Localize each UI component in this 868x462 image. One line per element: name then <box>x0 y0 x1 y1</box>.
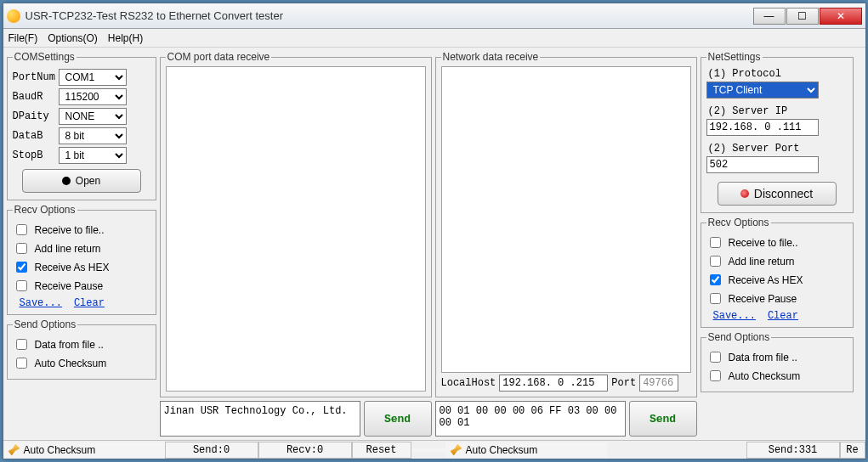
window-title: USR-TCP232-Test RS232 to Ethernet Conver… <box>26 9 753 22</box>
recv-hex-label: Receive As HEX <box>35 262 110 273</box>
baud-label: BaudR <box>13 91 55 103</box>
status-dot-icon <box>62 177 71 185</box>
status-send-331: Send:331 <box>746 442 840 459</box>
net-clear-link[interactable]: Clear <box>768 310 798 322</box>
net-auto-checksum-check[interactable] <box>710 370 721 381</box>
status-send-0: Send:0 <box>165 442 258 459</box>
com-add-line-check[interactable] <box>16 243 27 254</box>
left-column: COMSettings PortNum COM1 BaudR 115200 DP… <box>7 51 156 437</box>
disconnect-button[interactable]: Disconnect <box>718 182 837 206</box>
pin-icon-2 <box>451 444 462 456</box>
com-send-textarea[interactable]: Jinan USR Technology Co., Ltd. <box>160 401 360 437</box>
stopb-label: StopB <box>13 149 55 161</box>
com-data-file-check[interactable] <box>16 339 27 350</box>
reset-button[interactable]: Reset <box>352 442 411 459</box>
net-recv-hex-check[interactable] <box>710 274 721 285</box>
send-ac-label: Auto Checksum <box>35 358 107 369</box>
recv-file-label: Receive to file.. <box>35 224 105 236</box>
menu-help[interactable]: Help(H) <box>108 32 143 44</box>
recv-pause-label: Receive Pause <box>35 280 104 292</box>
window-buttons: — ☐ ✕ <box>753 8 862 25</box>
net-send-row: 00 01 00 00 00 06 FF 03 00 00 00 01 Send <box>435 401 697 437</box>
net-settings-group: NetSettings (1) Protocol TCP Client (2) … <box>701 51 854 213</box>
menu-options[interactable]: Options(O) <box>48 32 98 44</box>
net-recv-legend: Recv Options <box>706 217 771 228</box>
app-icon <box>7 9 20 23</box>
net-rx-textarea[interactable] <box>441 66 691 373</box>
parity-label: DPaity <box>13 110 55 122</box>
app-window: USR-TCP232-Test RS232 to Ethernet Conver… <box>3 3 866 459</box>
com-clear-link[interactable]: Clear <box>74 297 105 309</box>
com-recv-pause-check[interactable] <box>16 280 27 291</box>
portnum-label: PortNum <box>13 71 55 83</box>
stopb-select[interactable]: 1 bit <box>59 147 127 164</box>
com-rx-textarea[interactable] <box>166 66 426 392</box>
net-save-link[interactable]: Save... <box>713 310 756 322</box>
protocol-label: (1) Protocol <box>708 68 848 80</box>
content-area: COMSettings PortNum COM1 BaudR 115200 DP… <box>3 48 865 440</box>
server-port-label: (2) Server Port <box>708 143 848 155</box>
pin-icon <box>9 444 20 456</box>
localhost-label: LocalHost <box>441 377 496 389</box>
datab-select[interactable]: 8 bit <box>59 127 127 144</box>
com-data-column: COM port data receive Jinan USR Technolo… <box>160 51 432 437</box>
net-send-options-group: Send Options Data from file .. Auto Chec… <box>701 331 854 392</box>
net-data-file-check[interactable] <box>710 352 721 363</box>
menu-bar: File(F) Options(O) Help(H) <box>3 29 865 48</box>
net-rx-group: Network data receive LocalHost Port <box>435 51 697 397</box>
com-recv-file-check[interactable] <box>16 224 27 235</box>
connected-dot-icon <box>740 189 749 198</box>
send-file-label: Data from file .. <box>35 339 104 351</box>
net-rx-legend: Network data receive <box>441 51 541 63</box>
open-button[interactable]: Open <box>22 169 141 193</box>
com-rx-group: COM port data receive <box>160 51 432 397</box>
com-settings-legend: COMSettings <box>13 51 77 63</box>
com-recv-options-group: Recv Options Receive to file.. Add line … <box>7 204 156 315</box>
status-recv-0: Recv:0 <box>258 442 352 459</box>
title-bar: USR-TCP232-Test RS232 to Ethernet Conver… <box>3 3 865 29</box>
com-save-link[interactable]: Save... <box>20 297 62 309</box>
status-ac-1: Auto Checksum <box>24 444 96 456</box>
com-settings-group: COMSettings PortNum COM1 BaudR 115200 DP… <box>7 51 156 200</box>
menu-file[interactable]: File(F) <box>9 32 38 44</box>
com-recv-hex-check[interactable] <box>16 262 27 273</box>
baud-select[interactable]: 115200 <box>59 88 127 105</box>
net-recv-file-check[interactable] <box>710 237 721 248</box>
server-port-input[interactable] <box>706 156 819 173</box>
disconnect-label: Disconnect <box>754 187 813 200</box>
net-recv-pause-check[interactable] <box>710 293 721 304</box>
status-ac-2: Auto Checksum <box>466 444 538 456</box>
net-send-button[interactable]: Send <box>629 401 697 437</box>
com-send-button[interactable]: Send <box>364 401 432 437</box>
net-send-textarea[interactable]: 00 01 00 00 00 06 FF 03 00 00 00 01 <box>435 401 626 437</box>
localhost-input[interactable] <box>499 375 608 392</box>
open-button-label: Open <box>76 175 100 187</box>
server-ip-label: (2) Server IP <box>708 105 848 117</box>
net-add-line-check[interactable] <box>710 256 721 267</box>
right-column: NetSettings (1) Protocol TCP Client (2) … <box>701 51 854 437</box>
minimize-button[interactable]: — <box>753 8 786 25</box>
com-send-options-group: Send Options Data from file .. Auto Chec… <box>7 318 156 380</box>
status-re: Re <box>840 442 865 459</box>
close-button[interactable]: ✕ <box>820 8 862 25</box>
com-send-row: Jinan USR Technology Co., Ltd. Send <box>160 401 432 437</box>
net-settings-legend: NetSettings <box>706 51 763 63</box>
recv-line-label: Add line return <box>35 243 101 255</box>
datab-label: DataB <box>13 130 55 142</box>
net-recv-options-group: Recv Options Receive to file.. Add line … <box>701 217 854 328</box>
com-rx-legend: COM port data receive <box>166 51 272 63</box>
portnum-select[interactable]: COM1 <box>59 69 127 86</box>
maximize-button[interactable]: ☐ <box>786 8 819 25</box>
send-options-legend: Send Options <box>13 318 78 330</box>
com-auto-checksum-check[interactable] <box>16 358 27 369</box>
status-bar: Auto Checksum Send:0 Recv:0 Reset Auto C… <box>3 440 865 459</box>
protocol-select[interactable]: TCP Client <box>706 82 819 99</box>
port-label: Port <box>611 377 636 389</box>
localport-display <box>639 375 678 392</box>
net-data-column: Network data receive LocalHost Port 00 0… <box>435 51 697 437</box>
localhost-row: LocalHost Port <box>441 375 691 392</box>
server-ip-input[interactable] <box>706 119 819 136</box>
recv-options-legend: Recv Options <box>13 204 77 216</box>
parity-select[interactable]: NONE <box>59 108 127 125</box>
